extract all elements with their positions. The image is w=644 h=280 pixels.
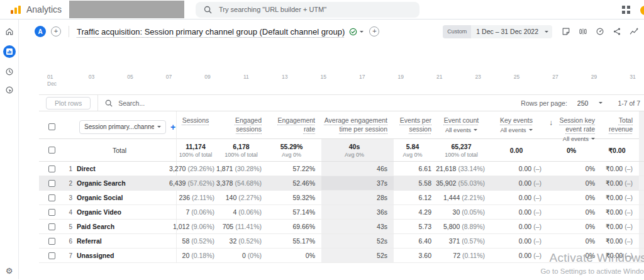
table-toolbar: Plot rows Search... Rows per page: 250 1… [39,94,644,111]
search-icon [204,6,212,14]
table-row[interactable]: 1Direct3,270(29.26%)1,871(30.28%)57.22%4… [39,162,644,176]
pagination-status: 1-7 of 7 [618,99,640,107]
table-cell: 0.00(–) [491,191,548,204]
profile-avatar[interactable] [640,6,644,15]
table-cell: 46s [321,162,394,176]
row-checkbox[interactable] [48,180,55,187]
x-axis-tick: 29 [590,74,597,87]
row-checkbox[interactable] [48,194,55,201]
table-cell: ₹0.00(–) [601,162,639,176]
table-search-input[interactable]: Search... [98,99,416,107]
x-axis: 01Dec030507091113151719212325272931 [47,74,636,87]
table-cell: 1,871(30.28%) [221,162,268,176]
row-checkbox[interactable] [48,165,55,172]
column-header-key-events[interactable]: Key events All events [491,111,548,142]
table-row[interactable]: 6Referral58(0.52%)32(0.52%)55.17%52s6.40… [39,234,644,249]
brand-name: Analytics [26,4,62,14]
plot-rows-button[interactable]: Plot rows [46,97,91,109]
insights-clock-icon[interactable] [596,27,604,36]
x-axis-tick: 19 [397,74,404,87]
table-cell: 55.17% [268,234,321,248]
share-icon[interactable] [613,27,621,36]
column-header-session-key-event-rate[interactable]: ↓ Session key event rate All events [548,111,601,142]
table-cell: 57.22% [268,162,321,176]
scroll-gutter [639,249,644,262]
select-all-checkbox[interactable] [48,123,55,130]
timeseries-chart: 01Dec030507091113151719212325272931 [19,43,644,94]
comparison-icon[interactable] [579,27,587,36]
table-cell: 0.00(–) [491,176,548,190]
table-row[interactable]: 5Paid Search1,012(9.06%)705(11.41%)69.66… [39,220,644,234]
scroll-gutter [639,139,644,161]
sort-descending-icon[interactable]: ↓ [549,118,553,127]
table-search-placeholder: Search... [118,99,145,107]
table-cell: 36s [321,205,394,219]
column-header-event-count[interactable]: Event count All events [438,111,491,142]
column-header-events-per-session[interactable]: Events per session [394,111,438,142]
row-number: 1 [64,162,77,176]
chevron-down-icon[interactable] [599,102,602,104]
insights-sparkline-icon[interactable] [630,27,639,36]
row-number: 6 [64,234,77,248]
channel-name: Organic Search [77,179,126,187]
column-header-engaged-sessions[interactable]: Engaged sessions [221,111,268,142]
x-axis-tick: 17 [358,74,366,87]
page-title[interactable]: Traffic acquisition: Session primary cha… [77,27,345,36]
apps-grid-icon[interactable] [622,6,630,14]
add-report-button[interactable]: + [369,26,379,36]
scroll-gutter [639,220,644,233]
table-cell: 69.66% [268,220,321,233]
search-placeholder: Try searching "URL builder + UTM" [219,6,326,13]
home-icon[interactable] [5,27,14,36]
table-cell: 1,444(2.21%) [438,191,491,204]
add-dimension-button[interactable]: + [170,123,175,132]
event-filter-dropdown[interactable]: All events [500,126,532,133]
date-range-picker[interactable]: Custom 1 Dec – 31 Dec 2022 [443,25,552,38]
table-cell: 3.60 [394,249,438,262]
table-row[interactable]: 4Organic Video7(0.06%)4(0.06%)57.14%36s4… [39,205,644,220]
scroll-gutter [639,191,644,204]
row-checkbox[interactable] [48,209,55,216]
row-number: 5 [64,220,77,233]
table-cell: 5,800(8.89%) [438,220,491,233]
channel-name: Organic Social [77,194,123,201]
table-cell: 52.46% [268,176,321,190]
x-axis-tick: 27 [552,74,559,87]
x-axis-tick: 03 [88,74,96,87]
account-selector-redacted[interactable] [69,1,184,18]
explore-icon[interactable] [5,67,14,76]
data-quality-check-icon[interactable] [349,28,357,36]
advertising-icon[interactable] [5,86,14,94]
reports-icon-active[interactable] [3,45,16,58]
row-checkbox[interactable] [48,238,55,245]
table-cell: 236(2.11%) [177,191,221,204]
global-search-bar[interactable]: Try searching "URL builder + UTM" [196,2,419,18]
table-cell: 4(0.06%) [221,205,268,219]
table-row[interactable]: 2Organic Search6,439(57.62%)3,378(54.68%… [39,176,644,191]
chevron-down-icon[interactable] [360,31,364,33]
table-cell: 32(0.52%) [221,234,268,248]
table-cell: 0% [548,205,601,219]
event-filter-dropdown[interactable]: All events [445,126,477,133]
date-range-value: 1 Dec – 31 Dec 2022 [476,28,538,35]
row-checkbox[interactable] [48,223,55,230]
column-header-total-revenue[interactable]: Total revenue [601,111,639,142]
admin-gear-icon[interactable]: ⚙ [6,267,13,275]
row-checkbox[interactable] [48,147,55,154]
rows-per-page-select[interactable]: 250 [577,99,595,107]
column-header-avg-engagement-time[interactable]: Average engagement time per session [321,111,394,142]
column-header-sessions[interactable]: Sessions [177,111,221,142]
table-cell: 6.40 [394,234,438,248]
table-row[interactable]: 3Organic Social236(2.11%)140(2.27%)59.32… [39,191,644,205]
table-cell: 5.73 [394,220,438,233]
table-row[interactable]: 7Unassigned20(0.18%)0(0%)0%52s3.6072(0.1… [39,249,644,263]
note-icon[interactable] [562,27,570,36]
avatar[interactable]: A [35,26,46,37]
table-rows: 1Direct3,270(29.26%)1,871(30.28%)57.22%4… [39,162,644,263]
x-axis-tick: 15 [319,74,327,87]
row-checkbox[interactable] [48,252,55,259]
x-axis-tick: 13 [281,74,289,87]
column-header-engagement-rate[interactable]: Engagement rate [268,111,321,142]
dimension-dropdown[interactable]: Session primary...channel group) [79,120,166,134]
add-comparison-button[interactable]: + [51,26,61,36]
